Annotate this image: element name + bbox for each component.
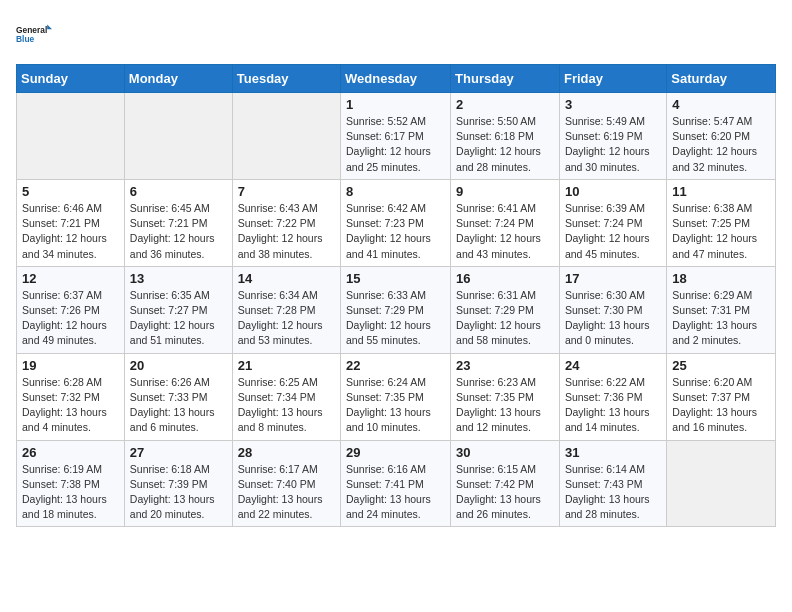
day-info: Sunrise: 6:45 AMSunset: 7:21 PMDaylight:… [130,201,227,262]
day-info: Sunrise: 6:31 AMSunset: 7:29 PMDaylight:… [456,288,554,349]
day-info: Sunrise: 6:38 AMSunset: 7:25 PMDaylight:… [672,201,770,262]
day-info: Sunrise: 6:37 AMSunset: 7:26 PMDaylight:… [22,288,119,349]
calendar-cell: 19Sunrise: 6:28 AMSunset: 7:32 PMDayligh… [17,353,125,440]
day-info: Sunrise: 6:22 AMSunset: 7:36 PMDaylight:… [565,375,661,436]
day-number: 8 [346,184,445,199]
day-number: 19 [22,358,119,373]
weekday-header-saturday: Saturday [667,65,776,93]
calendar-cell: 7Sunrise: 6:43 AMSunset: 7:22 PMDaylight… [232,179,340,266]
day-number: 16 [456,271,554,286]
calendar-cell: 8Sunrise: 6:42 AMSunset: 7:23 PMDaylight… [341,179,451,266]
calendar-week-row: 19Sunrise: 6:28 AMSunset: 7:32 PMDayligh… [17,353,776,440]
calendar-cell: 22Sunrise: 6:24 AMSunset: 7:35 PMDayligh… [341,353,451,440]
calendar-cell: 16Sunrise: 6:31 AMSunset: 7:29 PMDayligh… [451,266,560,353]
calendar-cell: 13Sunrise: 6:35 AMSunset: 7:27 PMDayligh… [124,266,232,353]
calendar-cell: 27Sunrise: 6:18 AMSunset: 7:39 PMDayligh… [124,440,232,527]
calendar-cell: 15Sunrise: 6:33 AMSunset: 7:29 PMDayligh… [341,266,451,353]
calendar-table: SundayMondayTuesdayWednesdayThursdayFrid… [16,64,776,527]
day-info: Sunrise: 6:19 AMSunset: 7:38 PMDaylight:… [22,462,119,523]
day-number: 18 [672,271,770,286]
calendar-cell: 1Sunrise: 5:52 AMSunset: 6:17 PMDaylight… [341,93,451,180]
day-number: 20 [130,358,227,373]
day-number: 30 [456,445,554,460]
day-info: Sunrise: 5:47 AMSunset: 6:20 PMDaylight:… [672,114,770,175]
calendar-header-row: SundayMondayTuesdayWednesdayThursdayFrid… [17,65,776,93]
calendar-cell: 5Sunrise: 6:46 AMSunset: 7:21 PMDaylight… [17,179,125,266]
calendar-cell: 26Sunrise: 6:19 AMSunset: 7:38 PMDayligh… [17,440,125,527]
day-number: 31 [565,445,661,460]
day-info: Sunrise: 6:46 AMSunset: 7:21 PMDaylight:… [22,201,119,262]
day-number: 11 [672,184,770,199]
day-number: 7 [238,184,335,199]
day-number: 22 [346,358,445,373]
day-info: Sunrise: 5:52 AMSunset: 6:17 PMDaylight:… [346,114,445,175]
day-number: 9 [456,184,554,199]
day-info: Sunrise: 6:30 AMSunset: 7:30 PMDaylight:… [565,288,661,349]
day-info: Sunrise: 5:49 AMSunset: 6:19 PMDaylight:… [565,114,661,175]
day-number: 26 [22,445,119,460]
day-number: 23 [456,358,554,373]
weekday-header-thursday: Thursday [451,65,560,93]
day-info: Sunrise: 6:26 AMSunset: 7:33 PMDaylight:… [130,375,227,436]
day-number: 13 [130,271,227,286]
weekday-header-friday: Friday [559,65,666,93]
day-info: Sunrise: 6:25 AMSunset: 7:34 PMDaylight:… [238,375,335,436]
calendar-week-row: 5Sunrise: 6:46 AMSunset: 7:21 PMDaylight… [17,179,776,266]
day-info: Sunrise: 6:41 AMSunset: 7:24 PMDaylight:… [456,201,554,262]
day-info: Sunrise: 6:39 AMSunset: 7:24 PMDaylight:… [565,201,661,262]
calendar-cell: 3Sunrise: 5:49 AMSunset: 6:19 PMDaylight… [559,93,666,180]
day-info: Sunrise: 6:23 AMSunset: 7:35 PMDaylight:… [456,375,554,436]
calendar-cell: 6Sunrise: 6:45 AMSunset: 7:21 PMDaylight… [124,179,232,266]
calendar-cell: 10Sunrise: 6:39 AMSunset: 7:24 PMDayligh… [559,179,666,266]
svg-text:General: General [16,25,47,35]
day-number: 12 [22,271,119,286]
calendar-cell: 24Sunrise: 6:22 AMSunset: 7:36 PMDayligh… [559,353,666,440]
calendar-cell: 4Sunrise: 5:47 AMSunset: 6:20 PMDaylight… [667,93,776,180]
day-number: 5 [22,184,119,199]
day-number: 28 [238,445,335,460]
calendar-cell [124,93,232,180]
day-number: 27 [130,445,227,460]
day-number: 6 [130,184,227,199]
calendar-cell: 28Sunrise: 6:17 AMSunset: 7:40 PMDayligh… [232,440,340,527]
calendar-cell: 30Sunrise: 6:15 AMSunset: 7:42 PMDayligh… [451,440,560,527]
calendar-week-row: 12Sunrise: 6:37 AMSunset: 7:26 PMDayligh… [17,266,776,353]
calendar-cell: 23Sunrise: 6:23 AMSunset: 7:35 PMDayligh… [451,353,560,440]
day-number: 10 [565,184,661,199]
day-info: Sunrise: 6:34 AMSunset: 7:28 PMDaylight:… [238,288,335,349]
day-info: Sunrise: 6:20 AMSunset: 7:37 PMDaylight:… [672,375,770,436]
day-number: 21 [238,358,335,373]
day-number: 2 [456,97,554,112]
day-info: Sunrise: 6:24 AMSunset: 7:35 PMDaylight:… [346,375,445,436]
day-info: Sunrise: 6:33 AMSunset: 7:29 PMDaylight:… [346,288,445,349]
day-number: 4 [672,97,770,112]
page-header: General Blue [16,16,776,52]
day-number: 3 [565,97,661,112]
calendar-cell: 17Sunrise: 6:30 AMSunset: 7:30 PMDayligh… [559,266,666,353]
calendar-cell: 14Sunrise: 6:34 AMSunset: 7:28 PMDayligh… [232,266,340,353]
calendar-week-row: 26Sunrise: 6:19 AMSunset: 7:38 PMDayligh… [17,440,776,527]
day-info: Sunrise: 6:42 AMSunset: 7:23 PMDaylight:… [346,201,445,262]
day-number: 25 [672,358,770,373]
calendar-cell: 29Sunrise: 6:16 AMSunset: 7:41 PMDayligh… [341,440,451,527]
day-number: 24 [565,358,661,373]
svg-marker-2 [47,24,52,29]
logo-svg: General Blue [16,16,52,52]
calendar-cell [667,440,776,527]
calendar-cell: 25Sunrise: 6:20 AMSunset: 7:37 PMDayligh… [667,353,776,440]
svg-text:Blue: Blue [16,34,35,44]
day-info: Sunrise: 6:29 AMSunset: 7:31 PMDaylight:… [672,288,770,349]
calendar-week-row: 1Sunrise: 5:52 AMSunset: 6:17 PMDaylight… [17,93,776,180]
weekday-header-wednesday: Wednesday [341,65,451,93]
calendar-cell: 31Sunrise: 6:14 AMSunset: 7:43 PMDayligh… [559,440,666,527]
calendar-cell: 20Sunrise: 6:26 AMSunset: 7:33 PMDayligh… [124,353,232,440]
calendar-cell: 11Sunrise: 6:38 AMSunset: 7:25 PMDayligh… [667,179,776,266]
weekday-header-sunday: Sunday [17,65,125,93]
weekday-header-monday: Monday [124,65,232,93]
day-number: 17 [565,271,661,286]
day-number: 1 [346,97,445,112]
calendar-cell [17,93,125,180]
day-info: Sunrise: 6:18 AMSunset: 7:39 PMDaylight:… [130,462,227,523]
day-info: Sunrise: 6:43 AMSunset: 7:22 PMDaylight:… [238,201,335,262]
day-info: Sunrise: 6:14 AMSunset: 7:43 PMDaylight:… [565,462,661,523]
